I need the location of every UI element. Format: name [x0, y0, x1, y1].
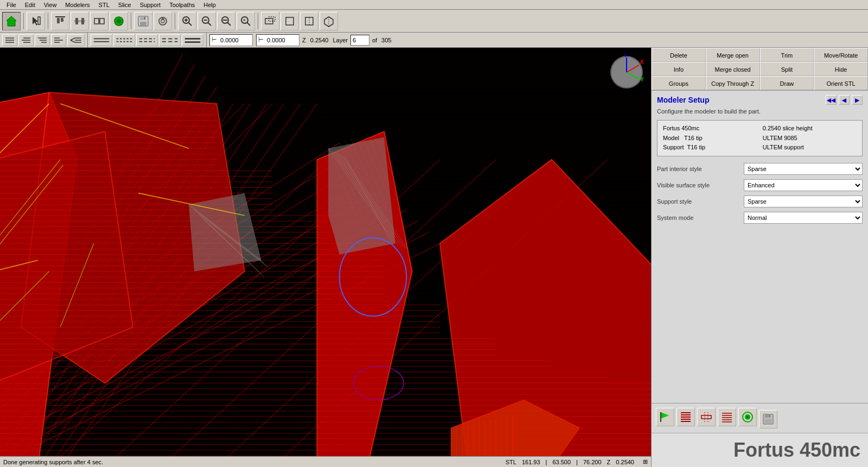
zoom-in-button[interactable]	[178, 12, 196, 30]
svg-rect-9	[100, 18, 104, 24]
select-button[interactable]	[27, 12, 45, 30]
indent-btn5[interactable]	[67, 34, 85, 46]
menu-edit[interactable]: Edit	[21, 2, 40, 8]
indent-btn3[interactable]	[35, 34, 50, 46]
zoom-reset-button[interactable]	[237, 12, 255, 30]
support-style-label: Support style	[657, 198, 744, 205]
line-dashed2[interactable]	[136, 34, 158, 46]
move-rotate-button[interactable]: Move/Rotate	[814, 48, 868, 62]
svg-line-50	[71, 38, 75, 40]
z-value-status: 0.2540	[616, 459, 634, 465]
svg-marker-0	[7, 16, 16, 26]
align-top-button[interactable]	[51, 12, 69, 30]
lines-icon-btn[interactable]	[676, 408, 695, 426]
right-panel-icon-toolbar	[652, 403, 868, 433]
indent-btn1[interactable]	[2, 34, 17, 46]
nav-next-button[interactable]: ▶	[852, 95, 863, 105]
save-gray-btn[interactable]	[759, 410, 777, 428]
trim-button[interactable]: Trim	[760, 48, 814, 62]
distribute-icon-btn[interactable]	[697, 408, 716, 426]
nav-prev-button[interactable]: ◀	[839, 95, 850, 105]
menu-bar: File Edit View Modelers STL Slice Suppor…	[0, 0, 868, 10]
part-interior-row: Part interior style Sparse Solid Sparse …	[657, 163, 863, 175]
x-axis-icon: ⊢	[210, 36, 219, 43]
svg-rect-32	[269, 17, 275, 21]
menu-file[interactable]: File	[2, 2, 21, 8]
line-solid[interactable]	[91, 34, 112, 46]
support-style-row: Support style Sparse Basic Minimal	[657, 195, 863, 207]
copy-through-z-button[interactable]: Copy Through Z	[706, 76, 760, 90]
distribute-button[interactable]	[71, 12, 89, 30]
3d-viewport[interactable]: X Y Z Done generating supports after 4 s…	[0, 48, 651, 467]
menu-support[interactable]: Support	[136, 2, 165, 8]
indent-btn4[interactable]	[51, 34, 66, 46]
toolbar-secondary: ⊢ ⊢ Z 0.2540 Layer of 305	[0, 33, 868, 48]
orient-stl-button[interactable]: Orient STL	[814, 76, 868, 90]
visible-surface-row: Visible surface style Enhanced Normal Im…	[657, 179, 863, 191]
svg-rect-227	[681, 419, 691, 420]
zoom-out-button[interactable]	[217, 12, 235, 30]
svg-rect-225	[681, 414, 691, 415]
right-panel-toolbar: Delete Merge open Trim Move/Rotate Info …	[652, 48, 868, 91]
reload-button[interactable]	[154, 12, 172, 30]
svg-point-18	[161, 20, 164, 23]
hide-button[interactable]: Hide	[814, 62, 868, 76]
line-equal[interactable]	[182, 34, 203, 46]
menu-help[interactable]: Help	[199, 2, 220, 8]
fill-button[interactable]	[110, 12, 128, 30]
home-button[interactable]	[2, 12, 21, 30]
nav-first-button[interactable]: ◀◀	[826, 95, 837, 105]
expand-icon[interactable]: ⊞	[643, 458, 648, 465]
x-coord-input[interactable]	[219, 35, 251, 46]
view-iso-button[interactable]	[320, 12, 338, 30]
menu-slice[interactable]: Slice	[114, 2, 136, 8]
y-coord-input[interactable]	[265, 35, 298, 46]
merge-open-button[interactable]: Merge open	[706, 48, 760, 62]
delete-button[interactable]: Delete	[652, 48, 706, 62]
split-button[interactable]: Split	[760, 62, 814, 76]
sep4	[175, 13, 175, 29]
view-front-button[interactable]	[261, 12, 279, 30]
svg-point-12	[117, 19, 121, 23]
menu-stl[interactable]: STL	[94, 2, 114, 8]
z-value: 0.2540	[309, 37, 330, 43]
support-material: ULTEM support	[763, 143, 857, 153]
group-button[interactable]	[90, 12, 108, 30]
model-row: Model T16 tip	[663, 134, 763, 143]
view-right-button[interactable]	[300, 12, 318, 30]
draw-button[interactable]: Draw	[760, 76, 814, 90]
menu-view[interactable]: View	[40, 2, 61, 8]
machine-info-box: Fortus 450mc 0.2540 slice height Model T…	[657, 120, 863, 156]
sep7	[206, 32, 207, 48]
svg-rect-224	[681, 412, 691, 413]
save-button[interactable]	[134, 12, 152, 30]
svg-marker-222	[661, 412, 669, 419]
indent-btn2[interactable]	[18, 34, 34, 46]
circle-pattern-btn[interactable]	[738, 408, 757, 426]
svg-line-24	[208, 22, 211, 26]
view-top-button[interactable]	[280, 12, 299, 30]
info-button[interactable]: Info	[652, 62, 706, 76]
sep5	[258, 13, 258, 29]
menu-toolpaths[interactable]: Toolpaths	[165, 2, 199, 8]
visible-surface-select[interactable]: Enhanced Normal Improved	[744, 179, 863, 191]
svg-rect-4	[61, 18, 63, 22]
axis-indicator: X Y Z	[608, 53, 646, 91]
layer-input[interactable]	[350, 35, 369, 46]
machine-name-label: Fortus 450mc	[663, 124, 763, 134]
align-icon-btn[interactable]	[718, 408, 736, 426]
zoom-fit-button[interactable]	[197, 12, 216, 30]
flag-icon-btn[interactable]	[656, 408, 674, 426]
menu-modelers[interactable]: Modelers	[61, 2, 94, 8]
line-dashed3[interactable]	[159, 34, 181, 46]
system-mode-select[interactable]: Normal Enhanced	[744, 212, 863, 224]
support-row: Support T16 tip	[663, 143, 763, 153]
machine-name-large: Fortus 450mc	[652, 433, 868, 467]
groups-button[interactable]: Groups	[652, 76, 706, 90]
y-axis-icon: ⊢	[257, 36, 265, 43]
part-interior-select[interactable]: Sparse Solid Sparse double dense	[744, 163, 863, 175]
merge-closed-button[interactable]: Merge closed	[706, 62, 760, 76]
line-dashed1[interactable]	[113, 34, 135, 46]
y-coord-status: 63.500	[552, 459, 571, 465]
support-style-select[interactable]: Sparse Basic Minimal	[744, 195, 863, 207]
